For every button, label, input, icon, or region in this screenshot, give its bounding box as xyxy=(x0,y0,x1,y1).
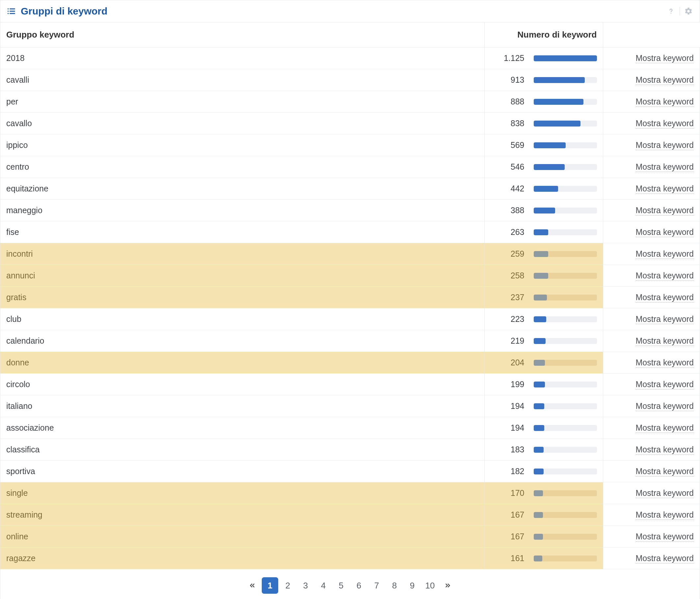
action-cell: Mostra keyword xyxy=(603,221,700,243)
keyword-count-cell: 194 xyxy=(484,417,603,439)
keyword-group-name: classifica xyxy=(0,439,484,461)
table-row: ragazze161Mostra keyword xyxy=(0,548,700,569)
show-keywords-link[interactable]: Mostra keyword xyxy=(636,380,694,389)
show-keywords-link[interactable]: Mostra keyword xyxy=(636,53,694,63)
keyword-group-name: fise xyxy=(0,221,484,243)
keyword-count-cell: 546 xyxy=(484,156,603,178)
show-keywords-link[interactable]: Mostra keyword xyxy=(636,97,694,107)
keyword-count-cell: 442 xyxy=(484,178,603,200)
show-keywords-link[interactable]: Mostra keyword xyxy=(636,401,694,411)
show-keywords-link[interactable]: Mostra keyword xyxy=(636,553,694,564)
page-button[interactable]: 1 xyxy=(262,577,278,594)
keyword-group-name: online xyxy=(0,526,484,548)
action-cell: Mostra keyword xyxy=(603,526,700,548)
keyword-group-name: annunci xyxy=(0,265,484,287)
keyword-count-cell: 1.125 xyxy=(484,47,603,69)
show-keywords-link[interactable]: Mostra keyword xyxy=(636,510,694,520)
action-cell: Mostra keyword xyxy=(603,352,700,374)
keyword-count-value: 223 xyxy=(498,314,525,324)
action-cell: Mostra keyword xyxy=(603,504,700,526)
keyword-count-value: 546 xyxy=(498,162,525,172)
page-button[interactable]: 8 xyxy=(386,577,403,594)
keyword-count-bar xyxy=(534,229,597,235)
keyword-count-bar xyxy=(534,425,597,431)
show-keywords-link[interactable]: Mostra keyword xyxy=(636,314,694,324)
action-cell: Mostra keyword xyxy=(603,135,700,156)
keyword-count-cell: 170 xyxy=(484,482,603,504)
keyword-group-name: cavalli xyxy=(0,69,484,91)
keyword-count-bar xyxy=(534,294,597,301)
keyword-count-value: 183 xyxy=(498,445,525,454)
show-keywords-link[interactable]: Mostra keyword xyxy=(636,162,694,172)
list-icon xyxy=(6,6,16,16)
keyword-count-value: 259 xyxy=(498,249,525,259)
show-keywords-link[interactable]: Mostra keyword xyxy=(636,488,694,498)
action-cell: Mostra keyword xyxy=(603,330,700,352)
keyword-group-name: calendario xyxy=(0,330,484,352)
svg-point-1 xyxy=(7,10,9,12)
keyword-group-name: italiano xyxy=(0,396,484,417)
action-cell: Mostra keyword xyxy=(603,156,700,178)
col-header-group[interactable]: Gruppo keyword xyxy=(0,22,484,47)
keyword-count-bar xyxy=(534,490,597,496)
col-header-count[interactable]: Numero di keyword xyxy=(484,22,603,47)
show-keywords-link[interactable]: Mostra keyword xyxy=(636,466,694,476)
keyword-count-cell: 388 xyxy=(484,200,603,221)
page-first-button[interactable] xyxy=(244,577,260,594)
page-button[interactable]: 5 xyxy=(333,577,349,594)
show-keywords-link[interactable]: Mostra keyword xyxy=(636,293,694,303)
keyword-count-cell: 223 xyxy=(484,308,603,330)
page-button[interactable]: 3 xyxy=(297,577,314,594)
show-keywords-link[interactable]: Mostra keyword xyxy=(636,271,694,281)
show-keywords-link[interactable]: Mostra keyword xyxy=(636,249,694,259)
keyword-count-cell: 167 xyxy=(484,504,603,526)
keyword-count-bar xyxy=(534,534,597,540)
keyword-count-bar xyxy=(534,447,597,453)
table-row: associazione194Mostra keyword xyxy=(0,417,700,439)
keyword-count-bar xyxy=(534,316,597,322)
action-cell: Mostra keyword xyxy=(603,417,700,439)
show-keywords-link[interactable]: Mostra keyword xyxy=(636,445,694,455)
keyword-count-cell: 182 xyxy=(484,461,603,482)
panel-header-actions xyxy=(666,6,694,17)
gear-icon[interactable] xyxy=(683,6,694,17)
action-cell: Mostra keyword xyxy=(603,396,700,417)
show-keywords-link[interactable]: Mostra keyword xyxy=(636,336,694,346)
page-last-button[interactable] xyxy=(440,577,456,594)
pagination: 12345678910 xyxy=(0,569,700,599)
table-row: donne204Mostra keyword xyxy=(0,352,700,374)
page-button[interactable]: 9 xyxy=(404,577,421,594)
show-keywords-link[interactable]: Mostra keyword xyxy=(636,119,694,128)
show-keywords-link[interactable]: Mostra keyword xyxy=(636,423,694,433)
action-cell: Mostra keyword xyxy=(603,439,700,461)
keyword-count-bar xyxy=(534,403,597,409)
page-button[interactable]: 2 xyxy=(279,577,296,594)
page-button[interactable]: 10 xyxy=(422,577,438,594)
table-row: club223Mostra keyword xyxy=(0,308,700,330)
show-keywords-link[interactable]: Mostra keyword xyxy=(636,227,694,237)
keyword-count-value: 237 xyxy=(498,293,525,302)
keyword-count-value: 167 xyxy=(498,510,525,520)
keyword-count-value: 199 xyxy=(498,380,525,389)
action-cell: Mostra keyword xyxy=(603,461,700,482)
keyword-group-name: club xyxy=(0,308,484,330)
show-keywords-link[interactable]: Mostra keyword xyxy=(636,358,694,368)
page-button[interactable]: 7 xyxy=(369,577,385,594)
keyword-group-name: ragazze xyxy=(0,548,484,569)
show-keywords-link[interactable]: Mostra keyword xyxy=(636,184,694,194)
page-button[interactable]: 6 xyxy=(351,577,367,594)
page-button[interactable]: 4 xyxy=(315,577,331,594)
keyword-count-cell: 199 xyxy=(484,374,603,396)
help-icon[interactable] xyxy=(666,6,676,17)
panel-title: Gruppi di keyword xyxy=(21,6,107,17)
keyword-group-name: equitazione xyxy=(0,178,484,200)
table-row: calendario219Mostra keyword xyxy=(0,330,700,352)
show-keywords-link[interactable]: Mostra keyword xyxy=(636,206,694,215)
keyword-count-value: 888 xyxy=(498,97,525,106)
keyword-count-value: 194 xyxy=(498,401,525,411)
show-keywords-link[interactable]: Mostra keyword xyxy=(636,140,694,150)
keyword-group-name: gratis xyxy=(0,287,484,308)
show-keywords-link[interactable]: Mostra keyword xyxy=(636,532,694,542)
table-row: per888Mostra keyword xyxy=(0,91,700,113)
show-keywords-link[interactable]: Mostra keyword xyxy=(636,75,694,85)
